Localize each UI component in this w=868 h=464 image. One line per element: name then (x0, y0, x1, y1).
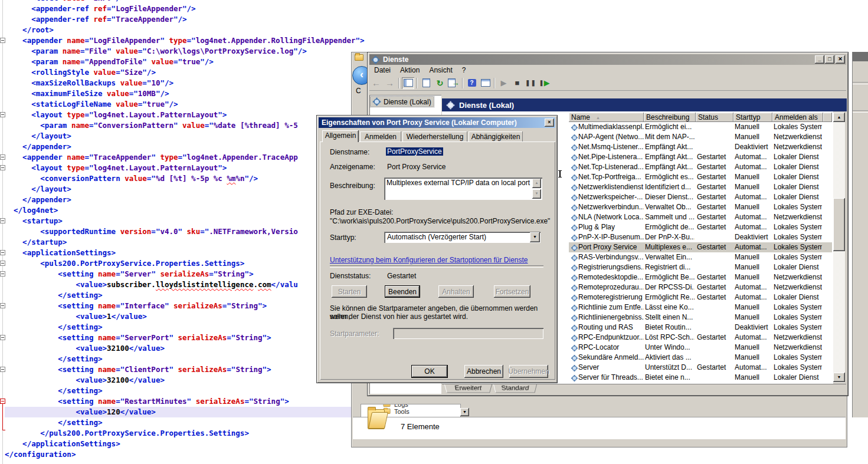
close-button[interactable]: ✕ (836, 55, 845, 64)
code-line[interactable]: </log4net> (5, 205, 353, 216)
starttyp-combobox[interactable]: Automatisch (Verzögerter Start) ▼ (384, 232, 541, 243)
code-line[interactable]: <setting name="Server" serializeAs="Stri… (5, 269, 353, 279)
column-header-name[interactable]: Name▲ (569, 113, 644, 122)
stop-service-icon[interactable]: ■ (511, 77, 523, 89)
tree-item-dienste-lokal[interactable]: Dienste (Lokal) (371, 97, 434, 107)
scroll-down-button[interactable]: ▼ (833, 373, 845, 382)
column-header-beschreibung[interactable]: Beschreibung (644, 113, 696, 122)
table-row[interactable]: Net.Tcp-Portfreiga...Ermöglicht es...Ges… (569, 172, 832, 182)
code-line[interactable]: </puls200.PortProxyService.Properties.Se… (5, 428, 353, 439)
code-line[interactable]: </configuration> (5, 449, 353, 460)
code-line[interactable]: <maxSizeRollBackups value="10"/> (5, 78, 353, 88)
code-line[interactable]: </setting> (5, 417, 353, 428)
code-line[interactable]: <setting name="ServerPort" serializeAs="… (5, 333, 353, 343)
code-line[interactable]: <appender-ref ref="TraceAppender"/> (5, 14, 353, 25)
code-line[interactable]: <appender-ref ref="LogFileAppender"/> (5, 4, 353, 14)
beenden-button[interactable]: Beenden (385, 285, 420, 298)
help-icon[interactable]: ? (466, 77, 478, 89)
services-scrollbar[interactable]: ▲ ▼ (833, 113, 845, 383)
view-tabs[interactable]: ErweitertStandard (442, 384, 846, 395)
code-line[interactable]: </setting> (5, 386, 353, 396)
code-line[interactable]: <puls200.PortProxyService.Properties.Set… (5, 258, 353, 269)
code-line[interactable]: <setting name="Interface" serializeAs="S… (5, 301, 353, 311)
code-line[interactable]: </layout> (5, 131, 353, 141)
code-line[interactable]: </startup> (5, 237, 353, 248)
table-row[interactable]: NAP-Agent (Netwo...Mit dem NAP-...Manuel… (569, 132, 832, 142)
table-row[interactable]: Net.Tcp-Listenerad...Empfängt Akt...Gest… (569, 162, 832, 172)
restart-service-icon[interactable]: ❚▶ (538, 77, 551, 89)
table-row[interactable]: RPC-LocatorUnter Windo...ManuellNetzwerk… (569, 343, 832, 353)
code-content[interactable]: <level value="INFO"/> <appender-ref ref=… (5, 0, 353, 460)
tab-abhngigkeiten[interactable]: Abhängigkeiten (469, 131, 523, 142)
view-tab-erweitert[interactable]: Erweitert (444, 384, 492, 393)
forward-icon[interactable]: → (384, 77, 396, 89)
table-row[interactable]: Netzwerkspeicher-...Dieser Dienst...Gest… (569, 192, 832, 202)
show-window-icon[interactable] (479, 77, 492, 89)
code-line[interactable]: <param name="AppendToFile" value="true"/… (5, 57, 353, 67)
dropdown-button[interactable]: ▼ (460, 408, 469, 416)
code-line[interactable]: </appender> (5, 141, 353, 152)
table-row[interactable]: Remotedesktopdie...Ermöglicht Be...Gesta… (569, 272, 832, 282)
menu-item-aktion[interactable]: Aktion (395, 66, 424, 74)
table-row[interactable]: Server für Threads...Bietet eine n...Man… (569, 373, 832, 383)
scroll-down-icon[interactable]: ▼ (532, 189, 541, 199)
code-line[interactable]: </setting> (5, 322, 353, 333)
table-row[interactable]: Plug & PlayErmöglicht de...GestartetAuto… (569, 222, 832, 232)
abbrechen-button[interactable]: Abbrechen (464, 365, 503, 378)
scroll-up-icon[interactable]: ▲ (532, 179, 541, 188)
table-row[interactable]: RemoteregistrierungErmöglicht Re...Gesta… (569, 292, 832, 302)
menu-item-datei[interactable]: Datei (369, 66, 395, 74)
show-console-tree-icon[interactable] (402, 77, 414, 89)
table-row[interactable]: Net.Pipe-Listenera...Empfängt Akt...Gest… (569, 152, 832, 162)
code-line[interactable]: <value>32100</value> (5, 343, 353, 354)
menu-bar[interactable]: DateiAktionAnsicht? (369, 65, 846, 76)
tab-allgemein[interactable]: Allgemein (322, 130, 359, 142)
table-row[interactable]: Remoteprozedurau...Der RPCSS-Di...Gestar… (569, 282, 832, 292)
column-header-starttyp[interactable]: Starttyp (733, 113, 772, 122)
ok-button[interactable]: OK (411, 365, 448, 378)
code-line[interactable]: <value>32100</value> (5, 375, 353, 386)
properties-icon[interactable] (420, 77, 433, 89)
code-line[interactable]: </setting> (5, 290, 353, 301)
code-line[interactable]: </layout> (5, 184, 353, 195)
pause-service-icon[interactable]: ❚❚ (525, 77, 537, 89)
code-line[interactable]: <maximumFileSize value="10MB"/> (5, 88, 353, 99)
code-line[interactable]: <startup> (5, 216, 353, 226)
table-row[interactable]: ServerUnterstützt D...GestartetAutomat..… (569, 363, 832, 373)
export-list-icon[interactable]: → (447, 77, 460, 89)
code-line[interactable]: <staticLogFileName value="true"/> (5, 99, 353, 110)
code-line[interactable]: <applicationSettings> (5, 248, 353, 258)
code-line[interactable]: <layout type="log4net.Layout.PatternLayo… (5, 110, 353, 120)
code-line[interactable]: </root> (5, 25, 353, 35)
menu-item-ansicht[interactable]: Ansicht (424, 66, 457, 74)
scroll-up-button[interactable]: ▲ (833, 113, 845, 122)
service-properties-dialog[interactable]: Eigenschaften von Port Proxy Service (Lo… (316, 115, 558, 383)
startoptions-help-link[interactable]: Unterstützung beim Konfigurieren der Sta… (330, 256, 528, 264)
table-row[interactable]: Netzwerkverbindun...Verwaltet Ob...Gesta… (569, 202, 832, 212)
dienstname-value[interactable]: PortProxyService (386, 147, 443, 156)
code-line[interactable]: <value>subscriber.lloydslistintelligence… (5, 279, 353, 290)
code-line[interactable]: <param name="File" value="C:\work\logs\P… (5, 46, 353, 57)
dialog-titlebar[interactable]: Eigenschaften von Port Proxy Service (Lo… (319, 117, 555, 128)
beschreibung-scrollbar[interactable]: ▲ ▼ (532, 179, 541, 199)
back-icon[interactable]: ← (370, 77, 382, 89)
menu-item-?[interactable]: ? (457, 66, 471, 74)
scrollbar-thumb[interactable] (833, 198, 845, 251)
table-row[interactable]: Sekundäre Anmeld...Aktiviert das ...Manu… (569, 353, 832, 363)
table-row[interactable]: RPC-Endpunktzuor...Löst RPC-Sch...Gestar… (569, 333, 832, 343)
table-row[interactable]: Richtlinie zum Entfe...Lässt eine Ko...M… (569, 302, 832, 312)
column-header-anmeldenals[interactable]: Anmelden als (772, 113, 823, 122)
close-icon[interactable]: × (545, 119, 554, 127)
table-row[interactable]: Multimediaklassenpl...Ermöglicht ei...Ma… (569, 122, 832, 132)
table-row[interactable]: Port Proxy ServiceMultiplexes e...Gestar… (569, 242, 832, 252)
code-line[interactable]: <param name="ConversionPattern" value="%… (5, 120, 353, 131)
table-row[interactable]: NetzwerklistendienstIdentifiziert d...Ge… (569, 182, 832, 192)
toolbar[interactable]: ←→↻→?▶■❚❚❚▶ (369, 75, 846, 91)
tab-anmelden[interactable]: Anmelden (360, 131, 401, 142)
table-row[interactable]: PnP-X-IP-Busenum...Der PnP-X-Bu...Deakti… (569, 232, 832, 242)
table-row[interactable]: RAS-Verbindungsv...Verwaltet Ein...Manue… (569, 252, 832, 262)
table-row[interactable]: Routing und RASBietet Routin...Deaktivie… (569, 323, 832, 333)
code-line[interactable]: <appender name="LogFileAppender" type="l… (5, 35, 353, 46)
code-line[interactable]: <conversionPattern value="%d [%t] %-5p %… (5, 173, 353, 184)
minimize-button[interactable]: _ (815, 55, 824, 64)
